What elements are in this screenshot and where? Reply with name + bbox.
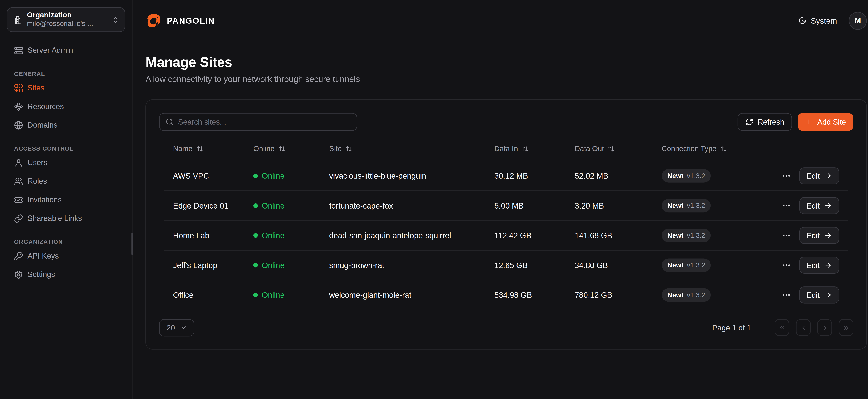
online-status-cell: Online — [244, 161, 320, 191]
table-row: Edge Device 01Onlinefortunate-cape-fox5.… — [164, 191, 848, 221]
row-menu-button[interactable] — [782, 290, 791, 300]
column-label: Site — [329, 145, 342, 153]
column-header-data-in[interactable]: Data In — [485, 145, 566, 161]
edit-label: Edit — [807, 202, 819, 210]
users-icon — [14, 177, 23, 186]
chevrons-right-icon — [842, 324, 849, 331]
column-header-name[interactable]: Name — [164, 145, 244, 161]
building-icon — [13, 15, 22, 25]
sidebar-scrollbar[interactable] — [131, 233, 133, 255]
edit-button[interactable]: Edit — [799, 197, 839, 214]
brand-logo[interactable]: PANGOLIN — [146, 12, 215, 29]
column-header-data-out[interactable]: Data Out — [566, 145, 653, 161]
status-badge: Online — [253, 260, 311, 270]
sidebar-item-shareable-links[interactable]: Shareable Links — [7, 209, 125, 227]
sidebar-item-resources[interactable]: Resources — [7, 97, 125, 116]
connection-type-label: Newt — [667, 232, 683, 239]
online-dot-icon — [253, 293, 258, 298]
site-name-cell: Home Lab — [164, 220, 244, 250]
search-input[interactable] — [178, 118, 350, 126]
pangolin-mascot-icon — [146, 12, 162, 29]
sidebar-item-users[interactable]: Users — [7, 153, 125, 172]
column-header-connection-type[interactable]: Connection Type — [653, 145, 776, 161]
actions-cell: Edit — [776, 280, 848, 310]
column-header-online[interactable]: Online — [244, 145, 320, 161]
page-head: Manage Sites Allow connectivity to your … — [133, 41, 868, 84]
chevron-left-icon — [800, 324, 807, 331]
edit-label: Edit — [807, 231, 819, 240]
sidebar-item-label: API Keys — [28, 252, 59, 260]
row-menu-button[interactable] — [782, 201, 791, 210]
row-menu-button[interactable] — [782, 172, 791, 180]
column-label: Data Out — [575, 145, 604, 153]
sidebar-item-domains[interactable]: Domains — [7, 116, 125, 134]
data-in-cell: 5.00 MB — [485, 191, 566, 221]
page-info: Page 1 of 1 — [712, 323, 751, 332]
data-in-cell: 30.12 MB — [485, 161, 566, 191]
data-in-cell: 112.42 GB — [485, 220, 566, 250]
sidebar-nav: Server AdminGENERALSitesResourcesDomains… — [7, 41, 125, 284]
edit-button[interactable]: Edit — [799, 227, 839, 244]
row-menu-button[interactable] — [782, 231, 791, 240]
arrow-right-icon — [824, 232, 832, 239]
sidebar-item-api-keys[interactable]: API Keys — [7, 247, 125, 265]
arrow-up-down-icon — [278, 146, 285, 152]
edit-button[interactable]: Edit — [799, 257, 839, 274]
chevron-right-icon — [821, 324, 828, 331]
status-badge: Online — [253, 201, 311, 210]
connection-type-label: Newt — [667, 261, 683, 269]
row-menu-button[interactable] — [782, 260, 791, 270]
search-box — [159, 113, 357, 131]
avatar-initial: M — [855, 16, 861, 25]
sidebar-item-label: Shareable Links — [28, 214, 82, 223]
topbar: PANGOLIN System M — [133, 0, 868, 41]
org-selector-value: milo@fossorial.io's ... — [27, 20, 107, 29]
last-page-button[interactable] — [839, 319, 853, 336]
avatar[interactable]: M — [849, 11, 867, 30]
sidebar-item-sites[interactable]: Sites — [7, 79, 125, 97]
theme-toggle[interactable]: System — [798, 16, 837, 25]
edit-label: Edit — [807, 291, 819, 299]
status-badge: Online — [253, 290, 311, 300]
link-icon — [14, 214, 23, 223]
brand-name: PANGOLIN — [167, 16, 215, 25]
edit-button[interactable]: Edit — [799, 287, 839, 304]
sidebar-item-roles[interactable]: Roles — [7, 172, 125, 190]
sidebar-item-server-admin[interactable]: Server Admin — [7, 41, 125, 60]
connection-type-badge: Newtv1.3.2 — [662, 288, 711, 302]
refresh-button[interactable]: Refresh — [738, 113, 792, 131]
add-site-button[interactable]: Add Site — [798, 113, 854, 131]
app-window: Organization milo@fossorial.io's ... Ser… — [0, 0, 868, 399]
sidebar: Organization milo@fossorial.io's ... Ser… — [0, 0, 133, 399]
sidebar-item-settings[interactable]: Settings — [7, 265, 125, 284]
connection-type-badge: Newtv1.3.2 — [662, 258, 711, 272]
sidebar-item-label: Sites — [28, 84, 44, 92]
table-row: Jeff's LaptopOnlinesmug-brown-rat12.65 G… — [164, 250, 848, 280]
online-status-cell: Online — [244, 220, 320, 250]
page-size-select[interactable]: 20 — [159, 319, 194, 336]
status-label: Online — [262, 172, 284, 180]
sites-table-wrap: NameOnlineSiteData InData OutConnection … — [164, 145, 848, 310]
table-row: OfficeOnlinewelcome-giant-mole-rat534.98… — [164, 280, 848, 310]
connection-type-cell: Newtv1.3.2 — [653, 250, 776, 280]
prev-page-button[interactable] — [796, 319, 810, 336]
edit-button[interactable]: Edit — [799, 167, 839, 184]
arrow-right-icon — [824, 261, 832, 269]
chevrons-left-icon — [778, 324, 785, 331]
data-out-cell: 3.20 MB — [566, 191, 653, 221]
org-selector-title: Organization — [27, 11, 107, 20]
first-page-button[interactable] — [775, 319, 789, 336]
next-page-button[interactable] — [817, 319, 832, 336]
org-selector[interactable]: Organization milo@fossorial.io's ... — [7, 7, 125, 32]
connection-type-cell: Newtv1.3.2 — [653, 161, 776, 191]
site-id-cell: fortunate-cape-fox — [320, 191, 485, 221]
arrow-up-down-icon — [608, 146, 615, 152]
site-id-cell: vivacious-little-blue-penguin — [320, 161, 485, 191]
data-out-cell: 34.80 GB — [566, 250, 653, 280]
card-toolbar: Refresh Add Site — [146, 100, 866, 131]
toolbar-actions: Refresh Add Site — [738, 113, 854, 131]
column-header-site[interactable]: Site — [320, 145, 485, 161]
refresh-label: Refresh — [757, 118, 784, 126]
server-icon — [14, 46, 23, 55]
sidebar-item-invitations[interactable]: Invitations — [7, 190, 125, 209]
